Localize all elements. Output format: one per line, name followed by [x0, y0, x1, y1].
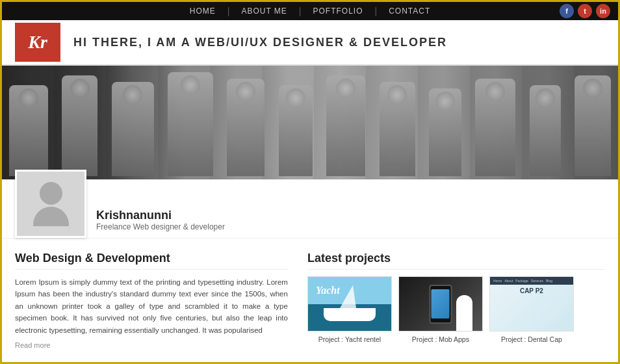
yacht-boat — [324, 308, 376, 321]
project-card-mobile: Project : Mob Apps — [398, 276, 483, 343]
dental-nav-item-1: Home — [493, 279, 502, 283]
logo-text: Kr — [28, 32, 47, 53]
section-title-right: Latest projects — [307, 252, 605, 270]
logo-box: Kr — [15, 23, 60, 62]
tagline: HI THERE, I AM A WEB/UI/UX DESIGNER & DE… — [73, 36, 447, 49]
avatar — [15, 170, 86, 238]
project-label-mobile: Project : Mob Apps — [412, 335, 469, 343]
mobile-device — [429, 285, 452, 324]
project-label-dental: Project : Dental Cap — [501, 335, 562, 343]
dental-nav-item-4: Services — [531, 279, 543, 283]
mobile-screen — [432, 289, 450, 318]
hero-banner — [2, 66, 618, 179]
header-bar: Kr HI THERE, I AM A WEB/UI/UX DESIGNER &… — [2, 20, 618, 66]
project-label-yacht: Project : Yacht rentel — [318, 335, 381, 343]
projects-grid: Project : Yacht rentel Project : Mob App… — [307, 276, 605, 343]
mobile-figure — [456, 295, 472, 331]
nav-links: HOME | ABOUT ME | POFTFOLIO | CONTACT — [178, 6, 443, 16]
nav-portfolio[interactable]: POFTFOLIO — [301, 6, 374, 16]
nav-contact[interactable]: CONTACT — [377, 6, 442, 16]
stone-figure-11 — [530, 85, 561, 176]
dental-nav-item-2: About — [504, 279, 513, 283]
dental-nav: Home About Package Services Blog — [490, 277, 573, 285]
hero-bg — [2, 66, 618, 179]
stone-figure-5 — [227, 79, 265, 176]
linkedin-icon[interactable]: in — [596, 4, 610, 18]
project-thumb-mobile[interactable] — [398, 276, 483, 332]
profile-info: Krishnanunni Freelance Web designer & de… — [96, 209, 225, 238]
stone-overlay — [2, 66, 618, 179]
left-column: Web Design & Development Lorem Ipsum is … — [15, 252, 288, 364]
section-title-left: Web Design & Development — [15, 252, 288, 270]
project-card-dental: Home About Package Services Blog CAP P2 … — [489, 276, 574, 343]
social-icons: f t in — [560, 4, 610, 18]
stone-figure-7 — [326, 75, 365, 176]
stone-figure-12 — [575, 75, 611, 176]
project-thumb-dental[interactable]: Home About Package Services Blog CAP P2 — [489, 276, 574, 332]
dental-content: CAP P2 — [493, 286, 570, 294]
project-card-yacht: Project : Yacht rentel — [307, 276, 392, 343]
main-content: Web Design & Development Lorem Ipsum is … — [2, 239, 618, 364]
yacht-sail — [340, 285, 356, 308]
stone-figure-10 — [475, 79, 515, 176]
avatar-body — [33, 207, 69, 226]
avatar-head — [40, 182, 62, 205]
dental-nav-item-5: Blog — [546, 279, 552, 283]
stone-figure-8 — [380, 82, 415, 176]
profile-card: Krishnanunni Freelance Web designer & de… — [2, 179, 618, 239]
stone-figure-1 — [9, 85, 48, 176]
top-nav: HOME | ABOUT ME | POFTFOLIO | CONTACT f … — [2, 2, 618, 20]
right-column: Latest projects Project : Yacht rentel — [307, 252, 605, 364]
section-body-left: Lorem Ipsum is simply dummy text of the … — [15, 276, 288, 336]
stone-figure-4 — [168, 72, 213, 176]
dental-nav-item-3: Package — [515, 279, 528, 283]
stone-figure-3 — [112, 82, 154, 176]
read-more-link[interactable]: Read more — [15, 341, 288, 349]
project-thumb-yacht[interactable] — [307, 276, 392, 332]
stone-figure-2 — [62, 75, 97, 176]
profile-name: Krishnanunni — [96, 209, 225, 222]
dental-logo: CAP P2 — [493, 287, 570, 294]
nav-about[interactable]: ABOUT ME — [229, 6, 298, 16]
twitter-icon[interactable]: t — [578, 4, 592, 18]
facebook-icon[interactable]: f — [560, 4, 574, 18]
stone-figure-9 — [429, 88, 461, 176]
nav-home[interactable]: HOME — [178, 6, 227, 16]
profile-role: Freelance Web designer & developer — [96, 222, 225, 231]
stone-figure-6 — [279, 85, 313, 176]
